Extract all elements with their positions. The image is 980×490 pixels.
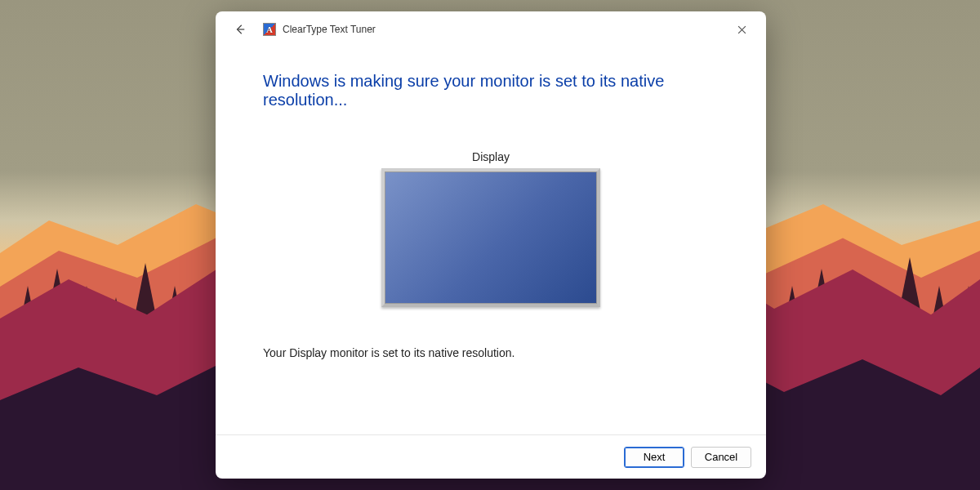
next-button[interactable]: Next: [624, 447, 684, 468]
resolution-status-text: Your Display monitor is set to its nativ…: [263, 346, 719, 359]
cleartype-app-icon: [263, 23, 276, 36]
close-button[interactable]: [725, 17, 758, 42]
page-heading: Windows is making sure your monitor is s…: [263, 72, 719, 109]
display-preview-area: Display: [263, 150, 719, 307]
back-button[interactable]: [230, 20, 250, 39]
window-title: ClearType Text Tuner: [283, 24, 376, 35]
monitor-preview-icon: [381, 168, 600, 307]
cleartype-wizard-dialog: ClearType Text Tuner Windows is making s…: [216, 11, 766, 479]
close-icon: [737, 25, 746, 34]
display-label: Display: [263, 150, 719, 163]
wizard-footer: Next Cancel: [216, 434, 766, 479]
titlebar: ClearType Text Tuner: [216, 11, 766, 47]
wizard-content: Windows is making sure your monitor is s…: [216, 47, 766, 434]
arrow-left-icon: [234, 24, 246, 35]
cancel-button[interactable]: Cancel: [691, 447, 751, 468]
